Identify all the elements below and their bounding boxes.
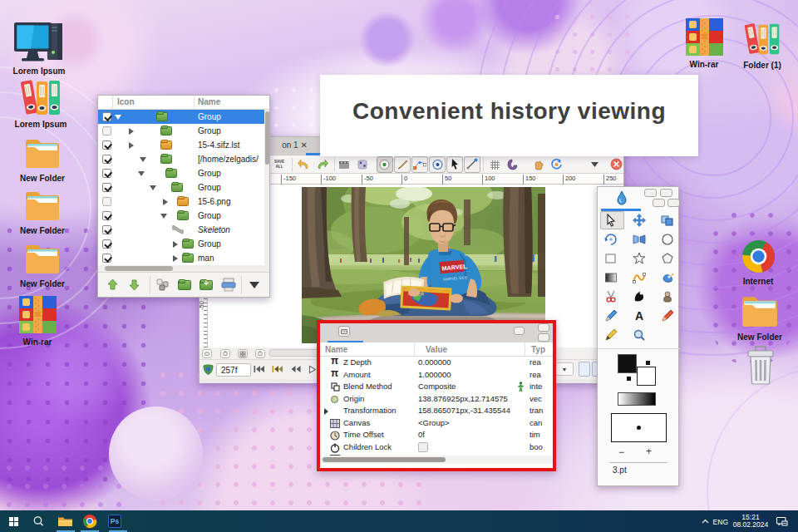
svg-text:A: A: [635, 309, 643, 323]
